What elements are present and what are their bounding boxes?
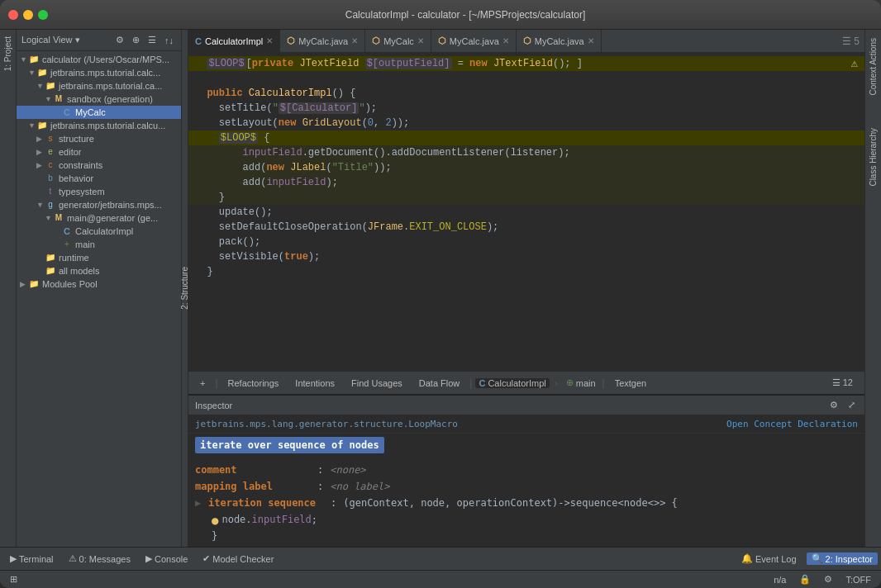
expand-btn[interactable]: ⊞ (7, 574, 21, 585)
event-log-label: Event Log (755, 554, 797, 564)
tree-item-jetbrains3[interactable]: ▼ 📁 jetbrains.mps.tutorial.calcu... (17, 119, 181, 132)
console-label: Console (155, 554, 188, 564)
right-panel[interactable]: Context Actions Class Hierarchy (864, 30, 881, 547)
main-window: CalculatorImpl - calculator - [~/MPSProj… (0, 0, 881, 588)
code-line-setvisible: setVisible(true); (188, 249, 864, 264)
tree-item-sandbox[interactable]: ▼ M sandbox (generation) (17, 92, 181, 106)
concept-path: jetbrains.mps.lang.generator.structure.L… (195, 419, 458, 429)
inspector-row-iteration: ▶ iteration sequence : (genContext, node… (195, 496, 858, 513)
method-icon: ⊕ (566, 377, 574, 388)
tab-close-mycalc1[interactable]: ✕ (351, 36, 358, 45)
tab-close-calculatorimpl[interactable]: ✕ (266, 36, 273, 45)
messages-label: 0: Messages (79, 554, 131, 564)
close-button[interactable] (8, 10, 18, 20)
bottom-tab-bar: ▶ Terminal ⚠ 0: Messages ▶ Console ✔ Mod… (0, 547, 881, 570)
code-editor[interactable]: ⚠ $LOOP$[private JTextField $[outputFiel… (188, 53, 864, 371)
tree-item-main[interactable]: + main (17, 238, 181, 251)
title-bar: CalculatorImpl - calculator - [~/MPSProj… (0, 0, 881, 30)
toolbar-btn-1[interactable]: ⚙ (113, 33, 126, 47)
intentions-btn[interactable]: Intentions (288, 377, 341, 390)
textgen-btn[interactable]: Textgen (608, 377, 654, 390)
tab-mycalc1[interactable]: ⬡ MyCalc.java ✕ (280, 30, 365, 52)
tab-icon-c: C (195, 36, 202, 46)
tab-settings[interactable]: ☰ 5 (837, 36, 864, 47)
toolbar-btn-4[interactable]: ↑↓ (162, 34, 176, 47)
event-log-icon: 🔔 (741, 553, 753, 564)
tree-item-jetbrains2[interactable]: ▼ 📁 jetbrains.mps.tutorial.ca... (17, 79, 181, 92)
editor-area: C CalculatorImpl ✕ ⬡ MyCalc.java ✕ ⬡ MyC… (188, 30, 864, 547)
toolbar-btn-2[interactable]: ⊕ (130, 33, 142, 47)
tab-calculatorimpl[interactable]: C CalculatorImpl ✕ (188, 30, 280, 52)
tree-item-constraints[interactable]: ▶ c constraints (17, 159, 181, 172)
tree-item-calcimpl[interactable]: C CalculatorImpl (17, 225, 181, 238)
tree-item-structure[interactable]: ▶ s structure (17, 132, 181, 145)
tree-item-jetbrains1[interactable]: ▼ 📁 jetbrains.mps.tutorial.calc... (17, 66, 181, 79)
method-breadcrumb-name: main (576, 378, 596, 388)
inspector-key-mapping: mapping label (195, 481, 311, 492)
tree-item-mycalc[interactable]: C MyCalc (17, 106, 181, 119)
code-line-endbrace: } (188, 264, 864, 279)
file-breadcrumb[interactable]: C CalculatorImpl (475, 378, 549, 388)
maximize-button[interactable] (38, 10, 48, 20)
model-checker-icon: ✔ (202, 553, 210, 564)
tree-item-editor[interactable]: ▶ e editor (17, 145, 181, 159)
tree-item-runtime[interactable]: 📁 runtime (17, 251, 181, 264)
console-tab[interactable]: ▶ Console (139, 551, 194, 567)
tab-icon-j3: ⬡ (438, 36, 446, 46)
inspector-tab-icon: 🔍 (812, 553, 823, 564)
settings-status-btn[interactable]: ⚙ (821, 574, 836, 585)
inspector-row-closebrace: } (195, 529, 858, 546)
tab-close-mycalc4[interactable]: ✕ (588, 36, 594, 45)
messages-tab[interactable]: ⚠ 0: Messages (62, 551, 137, 567)
find-usages-btn[interactable]: Find Usages (345, 377, 409, 390)
tab-mycalc2[interactable]: ⬡ MyCalc ✕ (365, 30, 431, 52)
method-breadcrumb[interactable]: ⊕ main (563, 377, 599, 388)
window-title: CalculatorImpl - calculator - [~/MPSProj… (58, 9, 873, 21)
project-panel-label[interactable]: 1: Project (0, 30, 17, 547)
tree-item-behavior[interactable]: b behavior (17, 172, 181, 185)
tab-label-mycalc2: MyCalc (383, 36, 414, 46)
tab-label-calculatorimpl: CalculatorImpl (205, 36, 263, 46)
tab-mycalc3[interactable]: ⬡ MyCalc.java ✕ (431, 30, 517, 52)
inspector-highlight-text: iterate over sequence of nodes (195, 437, 384, 453)
inspector-val-comment: <none> (330, 464, 365, 476)
tree-item-main-gen[interactable]: ▼ M main@generator (ge... (17, 211, 181, 225)
project-label[interactable]: 1: Project (2, 30, 14, 78)
toolbar-btn-3[interactable]: ☰ (145, 33, 159, 47)
tree-item-all-models[interactable]: 📁 all models (17, 264, 181, 277)
inspector-settings-btn[interactable]: ⚙ (827, 398, 841, 412)
minimize-button[interactable] (23, 10, 33, 20)
structure-collapse[interactable]: 2: Structure (182, 30, 188, 547)
code-line-blank1 (188, 71, 864, 86)
tab-icon-j1: ⬡ (287, 36, 295, 46)
tree-item-typesystem[interactable]: t typesystem (17, 185, 181, 198)
code-line-addinput: add(inputField); (188, 175, 864, 190)
refactorings-btn[interactable]: Refactorings (221, 377, 286, 390)
inspector-val-node: node.inputField; (221, 514, 317, 525)
inspector-body: iterate over sequence of nodes comment :… (188, 434, 864, 547)
t-off-status[interactable]: T:OFF (842, 575, 874, 585)
tree-item-modules-pool[interactable]: ▶ 📁 Modules Pool (17, 277, 181, 291)
tab-close-mycalc3[interactable]: ✕ (502, 36, 509, 45)
tree-item-generator[interactable]: ▼ g generator/jetbrains.mps... (17, 198, 181, 211)
event-log-tab[interactable]: 🔔 Event Log (738, 553, 800, 564)
inspector-expand-btn[interactable]: ⤢ (845, 398, 858, 412)
inspector-tab[interactable]: 🔍 2: Inspector (807, 552, 878, 565)
terminal-tab[interactable]: ▶ Terminal (3, 551, 60, 567)
lock-icon-btn[interactable]: 🔒 (796, 574, 814, 585)
context-actions-label[interactable]: Context Actions (867, 30, 879, 103)
expand-icon: ⊞ (10, 574, 17, 585)
main-area: 1: Project Logical View ▾ ⚙ ⊕ ☰ ↑↓ ▼ 📁 c… (0, 30, 881, 547)
class-hierarchy-label[interactable]: Class Hierarchy (867, 120, 879, 195)
inspector-row-comment: comment : <none> (195, 463, 858, 480)
project-panel: Logical View ▾ ⚙ ⊕ ☰ ↑↓ ▼ 📁 calculator (… (17, 30, 182, 547)
open-concept-link[interactable]: Open Concept Declaration (726, 419, 858, 429)
add-action-btn[interactable]: + (193, 377, 212, 390)
code-line-update: update(); (188, 205, 864, 220)
model-checker-tab[interactable]: ✔ Model Checker (196, 551, 280, 567)
tab-close-mycalc2[interactable]: ✕ (417, 36, 424, 45)
tree-item-calculator[interactable]: ▼ 📁 calculator (/Users/Oscar/MPS... (17, 53, 181, 66)
data-flow-btn[interactable]: Data Flow (412, 377, 467, 390)
tab-mycalc4[interactable]: ⬡ MyCalc.java ✕ (517, 30, 602, 52)
code-line-loop: $LOOP$[private JTextField $[outputField]… (188, 56, 864, 71)
